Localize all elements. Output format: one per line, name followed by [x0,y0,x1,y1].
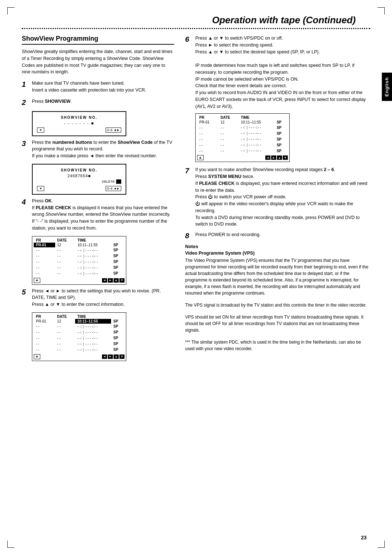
rec-icon-step4: ■ [34,278,40,283]
nav-btn-1: ◄ [102,278,107,283]
nav-buttons-step4: ◄ ► ▲ ▼ [102,278,124,283]
step-4: 4 Press OK. If PLEASE CHECK is displayed… [22,198,174,232]
timer-table-step5: PR DATE TIME PR-01 12 10:11–11:55 SP [32,312,126,361]
table-row: PR-01 12 10:11–11:55 SP [34,243,124,247]
table-row: - -- -- -:｜- - - -:- -SP [34,265,124,271]
table-row: - -- -- -:｜- - - -:- -SP [197,136,288,142]
corner-mark-br [377,540,385,548]
section-heading: ShowView Programming [22,35,174,45]
step-3-content: Press the numbered buttons to enter the … [32,139,174,159]
step-4-content: Press OK. If PLEASE CHECK is displayed i… [32,198,174,232]
step-5-number: 5 [22,288,32,296]
th-pr: PR [34,314,55,319]
nav-btn-2: ► [108,278,113,283]
step-7-content: If you want to make another ShowView rec… [195,166,370,228]
left-column: ShowView Programming ShowView greatly si… [22,35,174,364]
step-4-number: 4 [22,198,32,206]
timer-table-step4: PR DATE TIME PR-01 12 10:11–11:55 SP [32,236,126,285]
cell-date: 12 [55,243,75,247]
table-row: - -- -- -:｜- - - -:- -SP [34,259,124,265]
table-row: - -- -- -:｜- - - -:- -SP [34,253,124,259]
cell-pr: PR-01 [34,243,55,247]
rec-icon-step5: ■ [34,354,40,359]
notes-heading: Notes [185,244,370,249]
step-2-number: 2 [22,98,32,107]
notes-paragraph-2: The VPS signal is broadcast by the TV st… [185,302,370,308]
notes-paragraph-1: The Video Programme System (VPS) ensures… [185,257,370,296]
cell-time: 10:11–11:55 [75,243,111,247]
timer-table-right: PR DATE TIME PR-01 12 10:11–11:55 SP [195,113,290,162]
screen2-number: 24687654■ [37,174,121,178]
step-7: 7 If you want to make another ShowView r… [185,166,370,228]
nav-btn-4: ▼ [119,355,124,359]
rec-icon-right: ■ [197,155,204,160]
screen2-rec-icon: ■ [37,186,44,191]
notes-paragraph-3: VPS should be set ON for all timer recor… [185,314,370,333]
screen1-num-buttons: 0–9 ◄► [106,127,121,133]
step-8-content: Press POWER to end recording. [195,231,370,238]
step-7-number: 7 [185,166,195,175]
step-5: 5 Press ◄ or ► to select the settings th… [22,288,174,308]
table-row: - -- -- -:｜- - - -:- -SP [197,125,288,130]
nav-btn-3: ▲ [114,278,119,283]
table-row: - -- -- -:｜- - - -:- -SP [197,142,288,148]
nav-r-2: ► [271,155,276,160]
screen2-label: SHOWVIEW NO. [37,168,121,172]
notes-paragraph-4: *** The similar system PDC, which is use… [185,339,370,352]
cell-sp: SP [111,243,124,247]
table-row: - -- -- -:｜- - - -:- -SP [197,148,288,154]
th-sp [111,238,124,243]
screen2-num-buttons: 0–9 ◄► [106,186,121,191]
language-tab: English [382,73,392,101]
step-3: 3 Press the numbered buttons to enter th… [22,139,174,159]
step-3-number: 3 [22,139,32,148]
step-6: 6 Press ▲ or ▼ to switch VPS/PDC on or o… [185,35,370,110]
th-time: TIME [75,314,111,319]
page-number: 23 [361,535,367,540]
step-2: 2 Press SHOWVIEW. [22,98,174,107]
nav-r-3: ▲ [277,155,282,160]
table-row: - -- -- -:｜- - - -:- -SP [34,341,124,347]
nav-r-4: ▼ [283,155,288,160]
title-divider [22,28,370,29]
table-row: - -- -- -:｜- - - -:- -SP [34,347,124,353]
th-date: DATE [55,238,75,243]
screen-mockup-1: SHOWVIEW NO. - - - - - - - ■ ■ 0–9 ◄► [32,111,126,136]
intro-text: ShowView greatly simplifies entering the… [22,48,174,76]
screen-mockup-2: SHOWVIEW NO. 24687654■ DELETE ■ 0–9 ◄► [32,164,126,195]
right-column: 6 Press ▲ or ▼ to switch VPS/PDC on or o… [185,35,370,364]
step-2-content: Press SHOWVIEW. [32,98,174,105]
table-row: - -- -- -:｜- - - -:- -SP [34,247,124,253]
table-row: - -- -- -:｜- - - -:- -SP [34,335,124,341]
nav-btn-4: ▼ [119,278,124,283]
page-title: Operation with tape (Continued) [22,15,370,26]
th-sp [111,314,124,319]
table-row: - -- -- -:｜- - - -:- -SP [34,271,124,276]
step-6-number: 6 [185,35,195,44]
nav-buttons-right: ◄ ► ▲ ▼ [265,155,288,160]
screen2-delete-btn [116,179,121,184]
nav-buttons-step5: ◄ ► ▲ ▼ [102,355,124,359]
notes-section: Notes Video Programme System (VPS) The V… [185,244,370,352]
table-row: - -- -- -:｜- - - -:- -SP [34,329,124,335]
nav-r-1: ◄ [265,155,270,160]
th-date: DATE [55,314,75,319]
corner-mark-tl [7,7,15,15]
step-1-number: 1 [22,80,32,89]
corner-mark-tr [377,7,385,15]
nav-btn-3: ▲ [114,355,119,359]
th-pr: PR [34,238,55,243]
table-row: - -- -- -:｜- - - -:- -SP [34,324,124,329]
screen2-delete-label: DELETE [102,180,115,183]
step-1-content: Make sure that TV channels have been tun… [32,80,174,94]
screen1-content: - - - - - - - ■ [37,121,121,125]
table-row: PR-01 12 10:11–11:55 SP [197,120,288,125]
screen1-rec-icon: ■ [37,127,44,133]
step-8-number: 8 [185,231,195,240]
nav-btn-2: ► [108,355,113,359]
notes-subheading: Video Programme System (VPS) [185,251,370,256]
step-5-content: Press ◄ or ► to select the settings that… [32,288,174,308]
corner-mark-bl [7,540,15,548]
table-row: PR-01 12 10:11–11:55 SP [34,319,124,324]
screen1-label: SHOWVIEW NO. [37,116,121,119]
